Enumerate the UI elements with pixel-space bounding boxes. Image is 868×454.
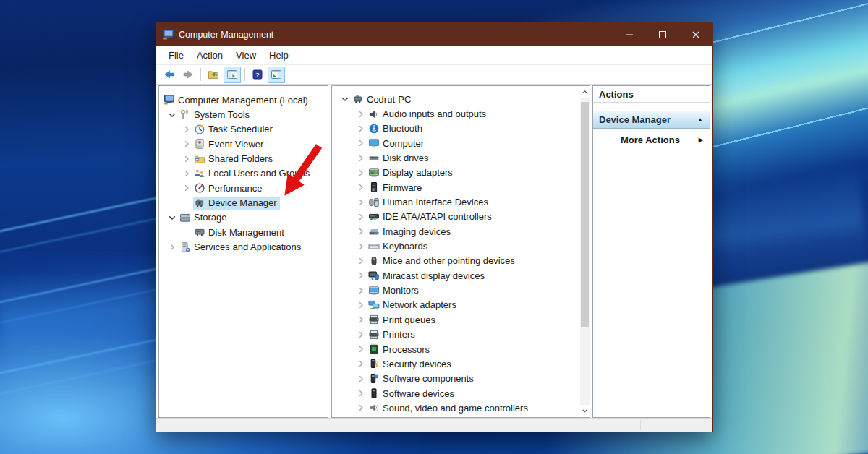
tree-item-firmware[interactable]: Firmware <box>332 180 580 194</box>
device-tree-pane: Codrut-PCAudio inputs and outputsBluetoo… <box>331 85 590 418</box>
network-adapter-icon <box>368 299 380 311</box>
chevron-right-icon[interactable] <box>354 241 367 252</box>
tree-item-storage[interactable]: Storage <box>159 210 328 225</box>
chevron-right-icon[interactable] <box>354 387 367 399</box>
chevron-right-icon[interactable] <box>354 358 367 369</box>
firmware-icon <box>368 181 380 193</box>
tree-item-printers[interactable]: Printers <box>332 327 580 342</box>
tree-item-processors[interactable]: Processors <box>332 342 580 356</box>
chevron-right-icon[interactable] <box>354 181 367 193</box>
tree-item-ide-ata-atapi-controllers[interactable]: IDE ATA/ATAPI controllers <box>332 210 580 224</box>
tree-item-network-adapters[interactable]: Network adapters <box>332 298 580 312</box>
minimize-button[interactable] <box>613 23 646 46</box>
chevron-down-icon[interactable] <box>165 212 179 223</box>
chevron-down-icon[interactable] <box>338 93 352 105</box>
tree-item-monitors[interactable]: Monitors <box>332 283 580 297</box>
tree-item-task-scheduler[interactable]: Task Scheduler <box>159 122 328 137</box>
scrollbar-thumb[interactable] <box>581 102 589 327</box>
chevron-right-icon[interactable] <box>179 138 193 150</box>
tree-item-services-and-applications[interactable]: Services and Applications <box>159 239 328 254</box>
arrow-left-icon <box>163 69 175 80</box>
disk-management-icon <box>194 226 205 238</box>
chevron-right-icon[interactable] <box>179 153 193 165</box>
tree-item-label: Human Interface Devices <box>383 197 488 207</box>
tree-item-software-components[interactable]: Software components <box>332 372 580 386</box>
vertical-scrollbar[interactable] <box>580 86 590 417</box>
tree-item-disk-drives[interactable]: Disk drives <box>332 150 580 165</box>
tree-item-keyboards[interactable]: Keyboards <box>332 239 580 253</box>
tree-item-print-queues[interactable]: Print queues <box>332 312 580 327</box>
chevron-right-icon[interactable] <box>354 373 367 385</box>
show-hide-console-tree-button[interactable] <box>224 67 241 83</box>
action-pane-icon <box>271 69 282 80</box>
tree-item-label: Software components <box>383 373 474 384</box>
more-actions-item[interactable]: More Actions ▶ <box>593 131 710 148</box>
tree-item-codrut-pc[interactable]: Codrut-PC <box>332 92 580 106</box>
tree-item-display-adapters[interactable]: Display adapters <box>332 166 580 180</box>
chevron-right-icon[interactable] <box>354 402 367 414</box>
chevron-down-icon[interactable] <box>165 109 179 121</box>
chevron-right-icon[interactable] <box>354 211 367 223</box>
tree-item-disk-management[interactable]: Disk Management <box>159 225 328 239</box>
tree-item-local-users-and-groups[interactable]: Local Users and Groups <box>159 166 328 181</box>
expander-spacer <box>179 197 193 209</box>
tree-item-label: Services and Applications <box>194 241 301 252</box>
chevron-right-icon[interactable] <box>179 124 193 135</box>
tree-item-bluetooth[interactable]: Bluetooth <box>332 121 580 136</box>
tree-item-security-devices[interactable]: Security devices <box>332 356 580 371</box>
menu-view[interactable]: View <box>229 47 263 64</box>
tree-item-device-manager[interactable]: Device Manager <box>159 195 328 210</box>
tree-item-label: Codrut-PC <box>367 94 411 105</box>
tree-item-event-viewer[interactable]: Event Viewer <box>159 137 328 151</box>
chevron-right-icon[interactable] <box>354 197 367 208</box>
chevron-right-icon[interactable] <box>354 123 367 134</box>
tree-item-label: Security devices <box>383 359 451 369</box>
chevron-right-icon[interactable] <box>179 182 193 194</box>
show-hide-action-pane-button[interactable] <box>268 67 285 83</box>
export-list-button[interactable] <box>205 67 222 83</box>
help-button[interactable]: ? <box>249 67 266 83</box>
actions-section-device-manager[interactable]: Device Manager ▲ <box>593 111 710 129</box>
chevron-right-icon[interactable] <box>354 167 367 179</box>
tree-item-miracast-display-devices[interactable]: Miracast display devices <box>332 268 580 283</box>
chevron-right-icon[interactable] <box>354 329 367 340</box>
chevron-right-icon[interactable] <box>354 270 367 281</box>
tree-item-imaging-devices[interactable]: Imaging devices <box>332 224 580 239</box>
tree-item-audio-inputs-and-outputs[interactable]: Audio inputs and outputs <box>332 106 580 121</box>
statusbar-separator <box>532 420 532 430</box>
chevron-right-icon[interactable] <box>165 241 179 253</box>
chevron-right-icon[interactable] <box>354 226 367 237</box>
close-button[interactable] <box>679 23 712 46</box>
tree-item-mice-and-other-pointing-devices[interactable]: Mice and other pointing devices <box>332 254 580 268</box>
chevron-up-icon[interactable]: ▲ <box>697 116 703 123</box>
chevron-right-icon[interactable] <box>354 343 367 355</box>
menu-action[interactable]: Action <box>190 47 229 64</box>
chevron-right-icon[interactable] <box>354 314 367 325</box>
chevron-right-icon[interactable] <box>354 285 367 296</box>
scroll-down-button[interactable] <box>580 405 590 417</box>
tree-item-human-interface-devices[interactable]: Human Interface Devices <box>332 194 580 209</box>
title-bar[interactable]: Computer Management <box>156 23 712 46</box>
forward-button[interactable] <box>179 67 197 83</box>
tree-item-software-devices[interactable]: Software devices <box>332 386 580 401</box>
menu-help[interactable]: Help <box>263 47 295 64</box>
scroll-up-button[interactable] <box>580 86 590 98</box>
tree-item-performance[interactable]: Performance <box>159 181 328 195</box>
chevron-right-icon[interactable] <box>354 108 367 120</box>
chevron-right-icon[interactable] <box>179 168 193 179</box>
chevron-right-icon[interactable] <box>354 255 367 267</box>
tree-item-system-tools[interactable]: System Tools <box>159 107 328 121</box>
chevron-right-icon[interactable] <box>354 299 367 311</box>
tree-item-computer-management-local[interactable]: Computer Management (Local) <box>159 93 328 107</box>
chevron-right-icon[interactable] <box>354 137 367 149</box>
device-manager-icon <box>194 197 205 209</box>
chevron-right-icon[interactable] <box>354 153 367 164</box>
tree-item-sound-video-and-game-controllers[interactable]: Sound, video and game controllers <box>332 401 580 415</box>
tree-item-computer[interactable]: Computer <box>332 136 580 150</box>
maximize-button[interactable] <box>646 23 679 46</box>
services-icon <box>179 241 191 253</box>
tree-item-shared-folders[interactable]: Shared Folders <box>159 151 328 166</box>
menu-file[interactable]: File <box>162 47 190 64</box>
folder-arrow-icon <box>208 69 219 80</box>
back-button[interactable] <box>161 67 178 83</box>
